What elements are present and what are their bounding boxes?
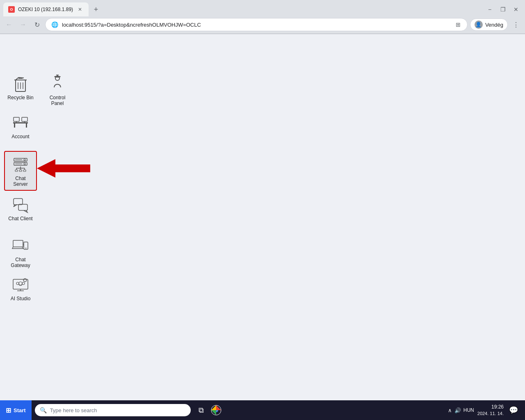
tab-bar: O OZEKI 10 (192.168.1.89) ✕ + − ❐ ✕ [0, 0, 525, 16]
forward-button[interactable]: → [17, 19, 29, 30]
start-label: Start [14, 407, 26, 413]
red-arrow [37, 157, 86, 182]
language-label: HUN [463, 407, 474, 413]
chat-server-label: Chat Server [7, 176, 34, 187]
restore-button[interactable]: ❐ [497, 4, 509, 15]
system-icons: ∧ 🔊 HUN [448, 407, 474, 413]
address-bar[interactable]: 🌐 localhost:9515/?a=Desktop&ncrefreshOLM… [45, 18, 468, 31]
desktop-icon-chat-client[interactable]: Chat Client [4, 192, 37, 224]
profile-icon: 👤 [475, 21, 483, 29]
desktop-icon-ai-studio[interactable]: AI Studio [4, 272, 37, 304]
chat-server-icon [11, 154, 30, 174]
svg-rect-31 [19, 170, 22, 171]
svg-rect-12 [13, 122, 28, 123]
chat-gateway-label: Chat Gateway [7, 257, 34, 269]
svg-rect-11 [56, 75, 59, 75]
address-bar-row: ← → ↻ 🌐 localhost:9515/?a=Desktop&ncrefr… [0, 16, 525, 34]
account-label: Account [11, 134, 29, 139]
minimize-button[interactable]: − [484, 4, 495, 15]
tab-favicon: O [8, 6, 15, 13]
svg-rect-40 [13, 279, 28, 289]
back-button[interactable]: ← [3, 19, 15, 30]
svg-rect-14 [26, 123, 27, 128]
ai-studio-icon [11, 274, 30, 294]
svg-rect-34 [14, 199, 23, 205]
task-view-button[interactable]: ⧉ [194, 403, 209, 418]
control-panel-icon [48, 73, 67, 93]
chevron-up-icon[interactable]: ∧ [448, 407, 452, 413]
ai-studio-label: AI Studio [11, 296, 31, 301]
browser-menu-button[interactable]: ⋮ [510, 19, 522, 30]
desktop-icon-chat-gateway[interactable]: Chat Gateway [4, 233, 37, 271]
svg-line-7 [18, 78, 24, 78]
close-window-button[interactable]: ✕ [510, 4, 522, 15]
refresh-button[interactable]: ↻ [31, 19, 43, 30]
search-icon: 🔍 [40, 407, 47, 413]
taskbar-search[interactable]: 🔍 Type here to search [35, 404, 191, 416]
search-placeholder: Type here to search [50, 407, 97, 413]
svg-rect-35 [18, 204, 27, 210]
window-controls: − ❐ ✕ [484, 4, 522, 15]
desktop: Recycle Bin Control Panel [0, 34, 525, 400]
url-text: localhost:9515/?a=Desktop&ncrefreshOLMVO… [62, 22, 451, 28]
recycle-bin-label: Recycle Bin [7, 95, 33, 100]
chrome-taskbar-icon[interactable] [209, 403, 224, 418]
windows-icon: ⊞ [6, 406, 11, 414]
svg-marker-33 [37, 159, 90, 178]
svg-rect-17 [22, 117, 27, 121]
clock-date: 2024. 11. 14. [477, 411, 504, 417]
tab-close-button[interactable]: ✕ [76, 6, 84, 13]
svg-point-21 [24, 159, 25, 161]
taskbar-right: ∧ 🔊 HUN 19:26 2024. 11. 14. 💬 [443, 404, 525, 417]
svg-rect-32 [23, 170, 26, 171]
recycle-bin-icon [11, 73, 30, 93]
svg-point-44 [22, 282, 25, 285]
translate-icon: 🌐 [50, 21, 59, 29]
desktop-icon-recycle-bin[interactable]: Recycle Bin [4, 71, 37, 103]
volume-icon[interactable]: 🔊 [454, 407, 461, 413]
desktop-icon-chat-server[interactable]: Chat Server [4, 151, 37, 191]
new-tab-button[interactable]: + [90, 4, 102, 15]
translate-action-icon[interactable]: ⊞ [454, 21, 462, 29]
taskbar-clock[interactable]: 19:26 2024. 11. 14. [477, 404, 504, 417]
notification-button[interactable]: 💬 [507, 404, 520, 417]
svg-point-43 [16, 282, 19, 285]
profile-label: Vendég [485, 22, 503, 28]
desktop-icon-account[interactable]: Account [4, 110, 37, 142]
svg-rect-15 [14, 117, 19, 121]
svg-rect-36 [13, 240, 23, 247]
desktop-icon-control-panel[interactable]: Control Panel [41, 71, 74, 109]
chat-client-icon [11, 194, 30, 214]
profile-button[interactable]: 👤 Vendég [470, 18, 508, 31]
control-panel-label: Control Panel [43, 95, 71, 107]
svg-rect-13 [14, 123, 15, 128]
svg-rect-30 [15, 170, 18, 171]
account-icon [11, 112, 30, 132]
chat-gateway-icon [11, 235, 30, 255]
clock-time: 19:26 [477, 404, 504, 411]
start-button[interactable]: ⊞ Start [0, 400, 32, 420]
browser-tab[interactable]: O OZEKI 10 (192.168.1.89) ✕ [3, 2, 89, 16]
tab-title: OZEKI 10 (192.168.1.89) [18, 7, 73, 12]
taskbar: ⊞ Start 🔍 Type here to search ⧉ ∧ 🔊 HUN … [0, 400, 525, 420]
svg-point-50 [19, 282, 22, 285]
svg-point-9 [54, 76, 61, 78]
svg-point-22 [24, 163, 25, 165]
chat-client-label: Chat Client [8, 216, 32, 221]
browser-chrome: O OZEKI 10 (192.168.1.89) ✕ + − ❐ ✕ ← → … [0, 0, 525, 34]
